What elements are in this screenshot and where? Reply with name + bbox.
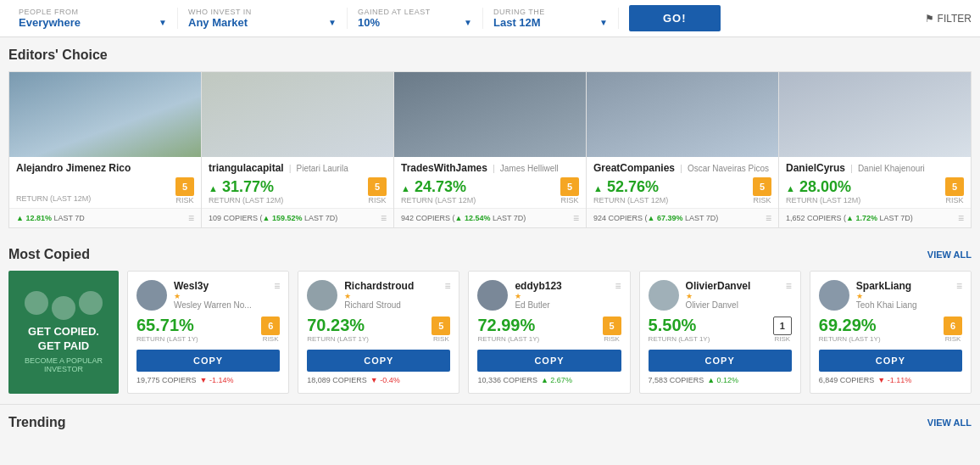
trader-menu-1[interactable]: ≡ [444,280,450,292]
editor-return-label-4: RETURN (LAST 12M) [786,196,860,204]
most-copied-cards-container: GET COPIED. GET PAID BECOME A POPULAR IN… [8,271,972,404]
who-invest-caret: ▼ [328,18,337,27]
trader-footer-3: 7,583 COPIERS ▲ 0.12% [649,376,792,384]
editor-username-1: triangulacapital [209,162,284,174]
editor-risk-0: 5 [175,177,194,196]
trader-menu-2[interactable]: ≡ [615,280,621,292]
trader-risk-label-0: RISK [261,335,280,343]
editor-return-label-3: RETURN (LAST 12M) [593,196,668,204]
editor-card-3[interactable]: GreatCompanies | Oscar Naveiras Picos ▲ … [587,71,779,228]
people-from-filter[interactable]: PEOPLE FROM Everywhere ▼ [8,8,178,29]
editor-username-3: GreatCompanies [593,162,675,174]
editor-card-2[interactable]: TradesWithJames | James Helliwell ▲ 24.7… [394,71,587,228]
editor-menu-1[interactable]: ≡ [381,212,387,224]
filter-button[interactable]: ⚑ FILTER [925,13,972,25]
trader-return-label-2: RETURN (LAST 1Y) [477,335,539,343]
trader-footer-1: 18,089 COPIERS ▼ -0.4% [307,376,450,384]
editor-return-label-0: RETURN (LAST 12M) [16,194,91,203]
promo-line1: GET COPIED. [28,325,99,339]
editor-card-1[interactable]: triangulacapital | Pietari Laurila ▲ 31.… [202,71,394,228]
trader-realname-4: Teoh Khai Liang [856,300,917,310]
during-filter[interactable]: DURING THE Last 12M ▼ [483,8,619,29]
trader-realname-0: Wesley Warren No... [174,300,252,310]
promo-card[interactable]: GET COPIED. GET PAID BECOME A POPULAR IN… [8,271,119,394]
trader-risk-label-3: RISK [773,335,792,343]
trader-realname-2: Ed Butler [515,300,561,310]
promo-line3: BECOME A POPULAR INVESTOR [17,356,110,373]
promo-icons [25,291,103,320]
trader-menu-0[interactable]: ≡ [274,280,280,292]
editor-risk-1: 5 [368,177,387,196]
editor-return-1: ▲ 31.77% [209,178,283,196]
go-button[interactable]: GO! [629,5,721,31]
copy-button-1[interactable]: COPY [307,350,450,372]
trader-return-label-1: RETURN (LAST 1Y) [307,335,369,343]
trader-username-4: SparkLiang [856,280,917,292]
editor-menu-0[interactable]: ≡ [188,212,194,224]
trader-risk-2: 5 [603,317,621,335]
trader-risk-label-4: RISK [944,335,962,343]
trader-return-4: 69.29% [819,316,881,335]
promo-icon-2 [52,296,75,320]
editor-menu-4[interactable]: ≡ [958,212,964,224]
most-copied-title: Most Copied [8,247,90,262]
gained-filter[interactable]: GAINED AT LEAST 10% ▼ [348,8,483,29]
trader-return-2: 72.99% [477,316,539,335]
filter-icon: ⚑ [925,13,934,25]
gained-caret: ▼ [464,18,472,27]
editor-copiers-0: ▲ 12.81% LAST 7D [16,214,85,222]
editor-copiers-1: 109 COPIERS (▲ 159.52% LAST 7D) [209,214,337,222]
who-invest-value: Any Market [188,16,248,29]
trader-footer-0: 19,775 COPIERS ▼ -1.14% [136,376,280,384]
editors-choice-section: Editors' Choice Alejandro Jimenez Rico R… [0,37,980,228]
editor-menu-2[interactable]: ≡ [573,212,579,224]
editors-cards-container: Alejandro Jimenez Rico RETURN (LAST 12M)… [8,71,972,228]
editor-card-0[interactable]: Alejandro Jimenez Rico RETURN (LAST 12M)… [8,71,202,228]
editor-copiers-4: 1,652 COPIERS (▲ 1.72% LAST 7D) [786,214,913,222]
people-from-label: PEOPLE FROM [19,8,167,16]
trader-card-0: Wesl3y ★ Wesley Warren No... ≡ 65.71% RE… [127,271,289,394]
trader-avatar-4 [819,280,849,311]
promo-icon-3 [79,291,103,315]
trader-star-3: ★ [686,292,751,300]
trader-avatar-2 [477,280,508,311]
trader-menu-3[interactable]: ≡ [786,280,792,292]
editor-copiers-3: 924 COPIERS (▲ 67.39% LAST 7D) [593,214,718,222]
copy-button-2[interactable]: COPY [477,350,621,372]
trader-card-1: Richardstroud ★ Richard Stroud ≡ 70.23% … [298,271,459,394]
people-from-value: Everywhere [19,16,81,29]
trader-risk-4: 6 [944,317,962,335]
most-copied-header: Most Copied VIEW ALL [8,247,972,262]
editor-username-2: TradesWithJames [401,162,487,174]
who-invest-filter[interactable]: WHO INVEST IN Any Market ▼ [178,8,348,29]
filter-label: FILTER [938,13,972,25]
trader-avatar-0 [136,280,167,311]
trending-view-all[interactable]: VIEW ALL [927,417,972,428]
trader-username-2: eddyb123 [515,280,561,292]
copy-button-0[interactable]: COPY [136,350,280,372]
editor-card-4[interactable]: DanielCyrus | Daniel Khajenouri ▲ 28.00%… [779,71,972,228]
editor-risk-2: 5 [560,177,579,196]
editor-realname-1: Pietari Laurila [297,164,348,173]
editor-return-2: ▲ 24.73% [401,178,476,196]
trader-menu-4[interactable]: ≡ [956,280,962,292]
filter-bar: PEOPLE FROM Everywhere ▼ WHO INVEST IN A… [0,0,980,37]
editor-menu-3[interactable]: ≡ [766,212,771,224]
editor-risk-label-2: RISK [560,196,579,204]
copy-button-3[interactable]: COPY [649,350,792,372]
trader-realname-1: Richard Stroud [344,300,414,310]
during-caret: ▼ [599,18,608,27]
people-from-caret: ▼ [159,18,167,27]
trending-header: Trending VIEW ALL [8,415,972,430]
editor-username-4: DanielCyrus [786,162,845,174]
editor-return-label-2: RETURN (LAST 12M) [401,196,476,204]
most-copied-view-all[interactable]: VIEW ALL [927,249,972,260]
trending-section: Trending VIEW ALL [0,405,980,447]
trader-return-3: 5.50% [649,316,710,335]
gained-value: 10% [358,16,380,29]
editor-risk-label-4: RISK [945,196,964,204]
copy-button-4[interactable]: COPY [819,350,962,372]
editors-choice-header: Editors' Choice [8,48,972,63]
trader-star-0: ★ [174,292,252,300]
editor-realname-4: Daniel Khajenouri [858,164,925,173]
